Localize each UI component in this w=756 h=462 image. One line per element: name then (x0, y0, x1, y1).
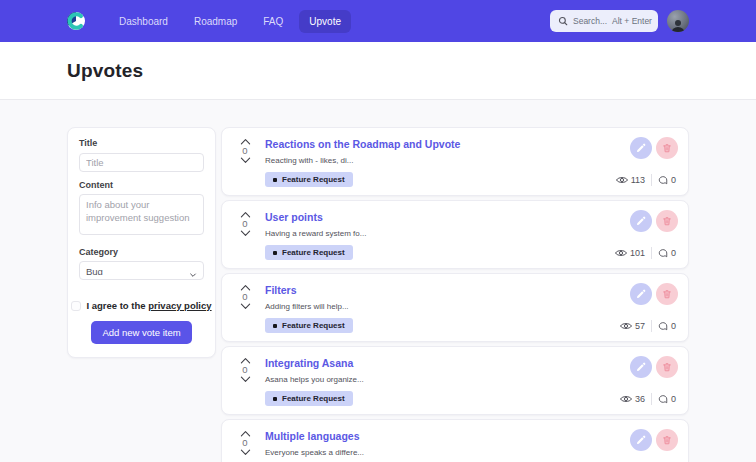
category-badge-label: Feature Request (282, 321, 345, 330)
comments-count: 0 (671, 175, 676, 185)
vote-item-description: Everyone speaks a differe... (265, 448, 676, 457)
trash-icon (662, 362, 672, 372)
add-vote-item-button[interactable]: Add new vote item (91, 321, 191, 344)
vote-count: 0 (242, 292, 247, 302)
category-badge-label: Feature Request (282, 394, 345, 403)
delete-button[interactable] (656, 137, 678, 159)
search-input[interactable]: Search... Alt + Enter (550, 10, 658, 32)
privacy-agree-text: I agree to the privacy policy (86, 300, 211, 311)
edit-button[interactable] (630, 283, 652, 305)
item-stats: 101 0 (615, 247, 676, 259)
nav-item-upvote[interactable]: Upvote (299, 10, 351, 33)
pencil-icon (636, 362, 646, 372)
category-badge: Feature Request (265, 391, 353, 406)
comments-stat: 0 (658, 175, 676, 185)
vote-item-title-link[interactable]: Integrating Asana (265, 357, 676, 369)
comments-count: 0 (671, 394, 676, 404)
trash-icon (662, 216, 672, 226)
comment-icon (658, 175, 668, 185)
item-stats: 57 0 (620, 320, 676, 332)
stats-divider (651, 320, 652, 332)
views-count: 36 (635, 394, 645, 404)
vote-item: 0 Multiple languages Everyone speaks a d… (221, 419, 689, 462)
privacy-checkbox[interactable] (71, 301, 81, 311)
delete-button[interactable] (656, 356, 678, 378)
vote-item-list: 0 Reactions on the Roadmap and Upvote Re… (221, 127, 689, 462)
title-label: Title (79, 138, 204, 148)
badge-dot-icon (273, 251, 277, 255)
category-select[interactable]: Bug (79, 261, 204, 280)
upvote-button[interactable] (240, 284, 251, 291)
navbar: Dashboard Roadmap FAQ Upvote Search... A… (0, 0, 756, 42)
downvote-button[interactable] (240, 449, 251, 456)
nav-item-faq[interactable]: FAQ (253, 10, 293, 33)
comments-count: 0 (671, 248, 676, 258)
vote-item-title-link[interactable]: Filters (265, 284, 676, 296)
vote-control: 0 (234, 356, 256, 406)
vote-control: 0 (234, 210, 256, 260)
vote-item-title-link[interactable]: Multiple languages (265, 430, 676, 442)
comment-icon (658, 248, 668, 258)
eye-icon (616, 175, 628, 185)
category-badge-label: Feature Request (282, 175, 345, 184)
delete-button[interactable] (656, 283, 678, 305)
vote-control: 0 (234, 429, 256, 462)
app-logo-icon[interactable] (67, 12, 85, 30)
vote-count: 0 (242, 438, 247, 448)
edit-button[interactable] (630, 429, 652, 451)
comments-stat: 0 (658, 394, 676, 404)
views-stat: 36 (620, 394, 645, 404)
vote-control: 0 (234, 137, 256, 187)
pencil-icon (636, 289, 646, 299)
vote-item-title-link[interactable]: Reactions on the Roadmap and Upvote (265, 138, 676, 150)
category-label: Category (79, 247, 204, 257)
title-input[interactable] (79, 153, 204, 172)
privacy-policy-link[interactable]: privacy policy (148, 300, 211, 311)
eye-icon (620, 394, 632, 404)
category-badge: Feature Request (265, 245, 353, 260)
edit-button[interactable] (630, 356, 652, 378)
downvote-button[interactable] (240, 230, 251, 237)
nav-item-dashboard[interactable]: Dashboard (109, 10, 178, 33)
vote-item-title-link[interactable]: User points (265, 211, 676, 223)
content-textarea[interactable] (79, 194, 204, 235)
comments-count: 0 (671, 321, 676, 331)
vote-item: 0 Reactions on the Roadmap and Upvote Re… (221, 127, 689, 196)
vote-item-description: Adding filters will help... (265, 302, 676, 311)
edit-button[interactable] (630, 137, 652, 159)
edit-button[interactable] (630, 210, 652, 232)
vote-count: 0 (242, 146, 247, 156)
views-stat: 113 (616, 175, 645, 185)
delete-button[interactable] (656, 210, 678, 232)
vote-item-description: Asana helps you organize... (265, 375, 676, 384)
item-actions (630, 429, 678, 451)
privacy-agree-prefix: I agree to the (86, 300, 145, 311)
item-stats: 113 0 (616, 174, 676, 186)
page-title: Upvotes (67, 60, 143, 82)
upvote-button[interactable] (240, 357, 251, 364)
nav-item-roadmap[interactable]: Roadmap (184, 10, 247, 33)
upvote-button[interactable] (240, 211, 251, 218)
downvote-button[interactable] (240, 376, 251, 383)
vote-item-description: Reacting with - likes, di... (265, 156, 676, 165)
vote-item: 0 Integrating Asana Asana helps you orga… (221, 346, 689, 415)
stats-divider (651, 393, 652, 405)
item-actions (630, 210, 678, 232)
stats-divider (651, 174, 652, 186)
downvote-button[interactable] (240, 157, 251, 164)
search-placeholder: Search... (573, 16, 607, 26)
eye-icon (615, 248, 627, 258)
comments-stat: 0 (658, 248, 676, 258)
page-header: Upvotes (0, 42, 756, 100)
delete-button[interactable] (656, 429, 678, 451)
vote-count: 0 (242, 365, 247, 375)
comment-icon (658, 321, 668, 331)
pencil-icon (636, 435, 646, 445)
vote-control: 0 (234, 283, 256, 333)
downvote-button[interactable] (240, 303, 251, 310)
upvote-button[interactable] (240, 430, 251, 437)
upvote-button[interactable] (240, 138, 251, 145)
badge-dot-icon (273, 324, 277, 328)
item-actions (630, 356, 678, 378)
user-avatar[interactable] (667, 10, 689, 32)
